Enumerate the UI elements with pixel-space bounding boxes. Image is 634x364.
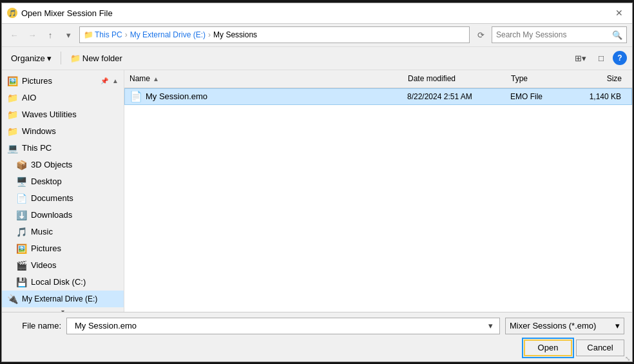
file-icon: 📄 bbox=[130, 91, 142, 102]
sidebar-item-this-pc[interactable]: 💻 This PC bbox=[2, 140, 124, 157]
back-button[interactable]: ← bbox=[7, 28, 21, 42]
sidebar-item-local-disk[interactable]: 💾 Local Disk (C:) bbox=[2, 274, 124, 291]
new-folder-button[interactable]: 📁 New folder bbox=[66, 52, 126, 65]
column-type-label: Type bbox=[511, 74, 528, 83]
filename-dropdown-icon[interactable]: ▾ bbox=[488, 321, 495, 330]
videos-icon: 🎬 bbox=[16, 260, 27, 271]
sidebar-item-aio-label: AIO bbox=[22, 93, 36, 102]
column-name[interactable]: Name ▲ bbox=[130, 74, 408, 83]
column-date[interactable]: Date modified bbox=[408, 74, 511, 83]
pin-icon: 📌 bbox=[101, 77, 108, 84]
file-row[interactable]: 📄 My Session.emo 8/22/2024 2:51 AM EMO F… bbox=[124, 88, 632, 105]
column-size[interactable]: Size bbox=[575, 74, 627, 83]
filename-row: File name: ▾ Mixer Sessions (*.emo) ▾ bbox=[10, 318, 624, 334]
breadcrumb-sep-1: › bbox=[125, 30, 128, 39]
organize-label: Organize bbox=[11, 53, 45, 63]
app-icon: 🎵 bbox=[7, 8, 17, 18]
organize-button[interactable]: Organize ▾ bbox=[7, 52, 55, 65]
column-type[interactable]: Type bbox=[511, 74, 575, 83]
toolbar-divider bbox=[61, 52, 61, 64]
sidebar-item-local-disk-label: Local Disk (C:) bbox=[31, 277, 86, 287]
forward-button[interactable]: → bbox=[25, 28, 39, 42]
music-icon: 🎵 bbox=[16, 227, 27, 237]
view-arrow-icon: ▾ bbox=[582, 53, 586, 63]
close-button[interactable]: ✕ bbox=[611, 5, 627, 21]
local-disk-icon: 💾 bbox=[16, 277, 27, 287]
sidebar-item-downloads-label: Downloads bbox=[31, 210, 72, 220]
file-type: EMO File bbox=[510, 92, 575, 101]
expand-icon: ▲ bbox=[112, 77, 119, 84]
windows-icon: 📁 bbox=[7, 126, 18, 137]
open-button[interactable]: Open bbox=[524, 340, 572, 356]
resize-handle[interactable]: ⤡ bbox=[625, 355, 633, 363]
up-button[interactable]: ↑ bbox=[43, 28, 57, 42]
sidebar: 🖼️ Pictures 📌 ▲ 📁 AIO 📁 Waves Utilities … bbox=[2, 70, 124, 312]
cancel-button[interactable]: Cancel bbox=[576, 340, 624, 356]
refresh-button[interactable]: ⟳ bbox=[474, 28, 488, 42]
open-file-dialog: 🎵 Open Mixer Session File ✕ ← → ↑ ▾ 📁 Th… bbox=[1, 3, 633, 362]
waves-icon: 📁 bbox=[7, 110, 18, 120]
new-folder-label: New folder bbox=[82, 53, 122, 63]
dialog-title: Open Mixer Session File bbox=[21, 8, 611, 18]
sidebar-item-music[interactable]: 🎵 Music bbox=[2, 224, 124, 240]
sidebar-item-windows-label: Windows bbox=[22, 126, 56, 136]
emo-file-icon: 📄 bbox=[130, 90, 142, 102]
new-folder-icon: 📁 bbox=[70, 53, 81, 63]
sidebar-item-pictures-pinned[interactable]: 🖼️ Pictures 📌 ▲ bbox=[2, 73, 124, 90]
sidebar-item-pictures[interactable]: 🖼️ Pictures bbox=[2, 240, 124, 257]
column-size-label: Size bbox=[607, 74, 622, 83]
filetype-select[interactable]: Mixer Sessions (*.emo) ▾ bbox=[505, 318, 624, 334]
sidebar-item-waves-utilities[interactable]: 📁 Waves Utilities bbox=[2, 106, 124, 123]
search-input[interactable] bbox=[496, 30, 610, 39]
sidebar-item-desktop[interactable]: 🖥️ Desktop bbox=[2, 173, 124, 190]
downloads-icon: ⬇️ bbox=[16, 210, 27, 220]
folder-icon: 📁 bbox=[84, 30, 93, 39]
sidebar-item-windows[interactable]: 📁 Windows bbox=[2, 123, 124, 140]
main-content: 🖼️ Pictures 📌 ▲ 📁 AIO 📁 Waves Utilities … bbox=[2, 70, 632, 312]
file-name: My Session.emo bbox=[146, 91, 407, 101]
preview-pane-button[interactable]: □ bbox=[592, 50, 610, 66]
file-list: Name ▲ Date modified Type Size 📄 My Sess… bbox=[124, 70, 632, 312]
file-list-header: Name ▲ Date modified Type Size bbox=[124, 70, 632, 88]
scroll-down-indicator[interactable]: ▾ bbox=[2, 307, 124, 312]
3d-objects-icon: 📦 bbox=[16, 160, 27, 170]
desktop-icon: 🖥️ bbox=[16, 177, 27, 187]
sidebar-item-downloads[interactable]: ⬇️ Downloads bbox=[2, 207, 124, 224]
sidebar-item-aio[interactable]: 📁 AIO bbox=[2, 90, 124, 106]
sidebar-item-music-label: Music bbox=[31, 227, 53, 236]
sidebar-item-documents[interactable]: 📄 Documents bbox=[2, 190, 124, 207]
breadcrumb-part-2[interactable]: My External Drive (E:) bbox=[130, 30, 206, 39]
sidebar-item-pictures-pinned-label: Pictures bbox=[22, 76, 52, 86]
buttons-row: Open Cancel bbox=[10, 340, 624, 356]
sidebar-item-desktop-label: Desktop bbox=[31, 177, 62, 186]
search-icon: 🔍 bbox=[612, 30, 622, 40]
organize-chevron-icon: ▾ bbox=[47, 53, 52, 63]
column-date-label: Date modified bbox=[408, 74, 456, 83]
view-toggle-button[interactable]: ⊞ ▾ bbox=[572, 50, 590, 66]
column-name-label: Name bbox=[130, 74, 150, 83]
sidebar-item-waves-label: Waves Utilities bbox=[22, 110, 77, 119]
pictures2-icon: 🖼️ bbox=[16, 244, 27, 254]
sidebar-item-videos[interactable]: 🎬 Videos bbox=[2, 257, 124, 274]
file-date: 8/22/2024 2:51 AM bbox=[407, 92, 510, 101]
second-toolbar: Organize ▾ 📁 New folder ⊞ ▾ □ ? bbox=[2, 47, 632, 70]
pc-icon: 💻 bbox=[7, 143, 18, 153]
breadcrumb-part-3[interactable]: My Sessions bbox=[213, 30, 257, 39]
search-bar: 🔍 bbox=[492, 26, 627, 43]
filename-label: File name: bbox=[10, 321, 61, 330]
recent-button[interactable]: ▾ bbox=[61, 28, 75, 42]
sidebar-item-external-drive[interactable]: 🔌 My External Drive (E:) bbox=[2, 291, 124, 307]
nav-toolbar: ← → ↑ ▾ 📁 This PC › My External Drive (E… bbox=[2, 24, 632, 47]
filename-input[interactable] bbox=[71, 321, 488, 330]
sort-icon: ▲ bbox=[153, 75, 159, 82]
bottom-bar: File name: ▾ Mixer Sessions (*.emo) ▾ Op… bbox=[2, 312, 632, 361]
view-grid-icon: ⊞ bbox=[575, 53, 582, 63]
filetype-value: Mixer Sessions (*.emo) bbox=[510, 321, 596, 330]
sidebar-item-pictures-label: Pictures bbox=[31, 244, 61, 253]
help-button[interactable]: ? bbox=[613, 51, 627, 65]
sidebar-item-3d-objects[interactable]: 📦 3D Objects bbox=[2, 157, 124, 173]
breadcrumb-part-1[interactable]: This PC bbox=[95, 30, 122, 39]
filetype-chevron-icon: ▾ bbox=[615, 321, 620, 330]
breadcrumb[interactable]: 📁 This PC › My External Drive (E:) › My … bbox=[79, 26, 470, 43]
sidebar-item-3d-objects-label: 3D Objects bbox=[31, 160, 72, 169]
